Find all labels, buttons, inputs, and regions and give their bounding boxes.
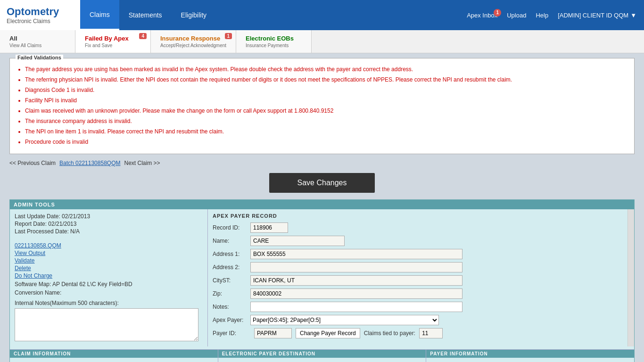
last-processed-date: Last Processed Date: N/A (15, 228, 203, 235)
list-item: The payer address you are using has been… (25, 65, 628, 74)
nav-area: Claims Statements Eligibility Apex Inbox… (80, 0, 644, 30)
nav-eligibility[interactable]: Eligibility (172, 0, 216, 30)
failed-badge: 4 (139, 33, 147, 39)
address2-input[interactable] (250, 262, 462, 272)
apex-payer-label: Apex Payer: (213, 317, 250, 323)
upload-nav[interactable]: Upload (507, 12, 526, 19)
admin-link-delete[interactable]: Delete (15, 265, 203, 272)
nav-statements[interactable]: Statements (119, 0, 172, 30)
list-item: Claim was received with an unknown provi… (25, 107, 628, 115)
address2-row: Address 2: (213, 262, 623, 272)
address1-row: Address 1: (213, 249, 623, 259)
address1-input[interactable] (250, 249, 462, 259)
internal-notes-textarea[interactable] (15, 308, 198, 341)
cityst-label: CityST: (213, 277, 250, 284)
prev-claim[interactable]: << Previous Claim (9, 160, 56, 166)
record-id-input[interactable] (250, 222, 288, 233)
address1-label: Address 1: (213, 251, 250, 257)
list-item: Procedure code is invalid (25, 138, 628, 146)
conversion-name: Conversion Name: (15, 289, 203, 296)
batch-link[interactable]: Batch 0221130858QQM (59, 160, 120, 166)
name-label: Name: (213, 238, 250, 244)
list-item: Diagnosis Code 1 is invalid. (25, 86, 628, 94)
apex-payer-select[interactable]: Paper[OS:45]; 2Paper[O:5] (250, 315, 439, 325)
validations-list: The payer address you are using has been… (16, 65, 628, 146)
save-changes-button[interactable]: Save Changes (269, 173, 375, 193)
claims-tied-label: Claims tied to payer: (364, 330, 415, 337)
admin-link-claim[interactable]: 0221130858.QQM (15, 242, 203, 249)
record-id-label: Record ID: (213, 224, 250, 231)
cityst-input[interactable] (250, 275, 462, 286)
tabs: All View All Claims Failed By Apex Fix a… (0, 30, 644, 53)
payer-id-row: Payer ID: Change Payer Record Claims tie… (213, 328, 623, 338)
header: Optometry Electronic Claims Claims State… (0, 0, 644, 30)
apex-payer-row: Apex Payer: Paper[OS:45]; 2Paper[O:5] (213, 315, 623, 325)
zip-label: Zip: (213, 290, 250, 297)
notes-label: Notes: (213, 304, 250, 310)
list-item: The NPI on line item 1 is invalid. Pleas… (25, 127, 628, 136)
main-content: Failed Validations The payer address you… (0, 53, 644, 362)
admin-nav[interactable]: [ADMIN] CLIENT ID QQM ▼ (558, 12, 636, 19)
admin-link-output[interactable]: View Output (15, 250, 203, 256)
help-nav[interactable]: Help (536, 12, 548, 19)
software-map: Software Map: AP Dental 62 L\C Key Field… (15, 281, 203, 288)
claim-info-content (10, 358, 218, 362)
zip-row: Zip: (213, 288, 623, 299)
tab-failed[interactable]: Failed By Apex Fix and Save 4 (75, 30, 151, 53)
list-item: The referring physician NPI is invalid. … (25, 75, 628, 84)
claim-navigation: << Previous Claim Batch 0221130858QQM Ne… (9, 160, 635, 166)
apex-inbox-badge: 1 (494, 9, 501, 16)
validations-box: Failed Validations The payer address you… (9, 58, 635, 154)
logo: Optometry Electronic Claims (0, 0, 80, 30)
notes-input[interactable] (250, 302, 462, 312)
bottom-panels: CLAIM INFORMATION ELECTRONIC PAYER DESTI… (10, 349, 634, 362)
tab-insurance[interactable]: Insurance Response Accept/Reject Acknowl… (151, 30, 236, 53)
admin-tools-header: ADMIN TOOLS (10, 200, 634, 209)
claims-tied-input (419, 328, 443, 338)
admin-dropdown-icon: ▼ (630, 12, 636, 19)
zip-input[interactable] (250, 288, 462, 299)
claim-info-header: CLAIM INFORMATION (10, 350, 218, 358)
change-payer-button[interactable]: Change Payer Record (296, 328, 360, 338)
payer-info-header: PAYER INFORMATION (426, 350, 634, 358)
cityst-row: CityST: (213, 275, 623, 286)
name-input[interactable] (250, 236, 345, 246)
internal-notes-label: Internal Notes(Maximum 500 characters): (15, 300, 203, 306)
next-claim[interactable]: Next Claim >> (124, 160, 160, 166)
admin-left-panel: Last Update Date: 02/21/2013 Report Date… (10, 209, 208, 346)
admin-tools-section: ADMIN TOOLS Last Update Date: 02/21/2013… (9, 199, 635, 362)
payer-info-content (426, 358, 634, 362)
list-item: The insurance company address is invalid… (25, 117, 628, 125)
record-id-row: Record ID: (213, 222, 623, 233)
nav-claims[interactable]: Claims (80, 0, 119, 30)
payer-info-panel: PAYER INFORMATION (426, 350, 634, 362)
logo-title: Optometry (7, 6, 74, 18)
report-date: Report Date: 02/21/2013 (15, 221, 203, 227)
apex-payer-panel: APEX PAYER RECORD Record ID: Name: Addre… (208, 209, 627, 346)
admin-body: Last Update Date: 02/21/2013 Report Date… (10, 209, 634, 346)
address2-label: Address 2: (213, 264, 250, 271)
electronic-payer-panel: ELECTRONIC PAYER DESTINATION (218, 350, 426, 362)
last-update-date: Last Update Date: 02/21/2013 (15, 213, 203, 220)
payer-id-label: Payer ID: (213, 330, 250, 337)
claim-info-panel: CLAIM INFORMATION (10, 350, 218, 362)
tab-eob[interactable]: Electronic EOBs Insurance Payments (236, 30, 312, 53)
insurance-badge: 1 (225, 33, 232, 39)
apex-inbox-nav[interactable]: Apex Inbox 1 (467, 12, 497, 19)
name-row: Name: (213, 236, 623, 246)
apex-payer-header: APEX PAYER RECORD (213, 213, 623, 219)
admin-link-donotcharge[interactable]: Do Not Charge (15, 272, 203, 279)
save-btn-wrapper: Save Changes (9, 173, 635, 193)
notes-row: Notes: (213, 302, 623, 312)
electronic-payer-content (218, 358, 426, 362)
scrollbar[interactable] (627, 209, 634, 346)
electronic-payer-header: ELECTRONIC PAYER DESTINATION (218, 350, 426, 358)
nav-right: Apex Inbox 1 Upload Help [ADMIN] CLIENT … (467, 0, 644, 30)
list-item: Facility NPI is invalid (25, 96, 628, 105)
payer-id-input[interactable] (254, 328, 292, 338)
admin-link-validate[interactable]: Validate (15, 257, 203, 264)
tab-all[interactable]: All View All Claims (0, 30, 75, 53)
logo-sub: Electronic Claims (7, 18, 74, 25)
validations-title: Failed Validations (16, 55, 63, 60)
